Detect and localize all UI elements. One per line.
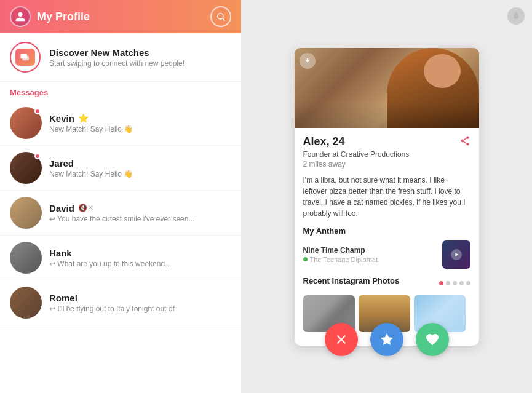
discover-text: Discover New Matches Start swiping to co…: [49, 47, 185, 68]
list-item[interactable]: Hank ↩ What are you up to this weekend..…: [0, 236, 241, 280]
profile-info: Alex, 24 Founder at Creative Productions…: [295, 128, 479, 346]
header-title: My Profile: [37, 10, 90, 23]
discover-icon: [15, 49, 35, 66]
message-preview: ↩ You have the cutest smile i've ever se…: [49, 215, 231, 223]
name-row: David 🔇✕: [49, 203, 231, 213]
left-panel: My Profile Discover New Matches Start sw…: [0, 0, 241, 393]
star-badge-icon: ⭐: [78, 113, 89, 123]
instagram-header: Recent Instagram Photos: [303, 276, 470, 290]
dot-3: [453, 281, 457, 285]
profile-distance: 2 miles away: [303, 160, 470, 169]
message-content: David 🔇✕ ↩ You have the cutest smile i'v…: [49, 203, 231, 223]
play-button[interactable]: [451, 249, 462, 260]
share-button[interactable]: [459, 135, 470, 149]
dot-2: [446, 281, 450, 285]
message-preview: ↩ I'll be flying out to Italy tonight ou…: [49, 304, 231, 313]
photo-gradient: [295, 103, 479, 128]
person-head: [424, 54, 461, 88]
name-row: Hank: [49, 248, 231, 258]
download-button[interactable]: [300, 53, 316, 69]
profile-card: Alex, 24 Founder at Creative Productions…: [295, 48, 479, 346]
anthem-card: Nine Time Champ The Teenage Diplomat: [303, 240, 470, 269]
anthem-title: My Anthem: [303, 226, 470, 236]
artist-row: The Teenage Diplomat: [303, 256, 378, 263]
cards-icon: [20, 52, 31, 63]
message-preview: New Match! Say Hello 👋: [49, 125, 231, 133]
super-like-button[interactable]: [370, 323, 403, 356]
profile-avatar-header[interactable]: [10, 6, 31, 27]
message-content: Jared New Match! Say Hello 👋: [49, 158, 231, 178]
discover-title: Discover New Matches: [49, 47, 185, 58]
music-dot: [303, 257, 308, 261]
mute-icon: 🔇✕: [78, 204, 93, 212]
message-content: Romel ↩ I'll be flying out to Italy toni…: [49, 293, 231, 313]
dot-1: [439, 281, 443, 285]
profile-job: Founder at Creative Productions: [303, 150, 470, 159]
search-icon: [216, 12, 226, 22]
reject-button[interactable]: [325, 323, 358, 356]
profile-name-row: Alex, 24: [303, 135, 470, 149]
instagram-dots: [439, 281, 470, 285]
avatar-wrap: [10, 197, 42, 229]
dot-4: [459, 281, 464, 285]
play-icon: [453, 252, 459, 258]
messages-label: Messages: [0, 82, 241, 101]
name-row: Kevin ⭐: [49, 113, 231, 124]
avatar-wrap: [10, 242, 42, 274]
list-item[interactable]: David 🔇✕ ↩ You have the cutest smile i'v…: [0, 191, 241, 236]
contact-name: Kevin: [49, 113, 74, 124]
message-content: Kevin ⭐ New Match! Say Hello 👋: [49, 113, 231, 133]
name-row: Jared: [49, 158, 231, 169]
anthem-section: My Anthem Nine Time Champ The Teenage Di…: [303, 226, 470, 269]
avatar: [10, 197, 42, 229]
reject-icon: [334, 332, 349, 347]
flame-icon: [511, 11, 521, 21]
avatar-wrap: [10, 107, 42, 139]
header-bar: My Profile: [0, 0, 241, 33]
action-buttons: [325, 323, 449, 356]
anthem-info: Nine Time Champ The Teenage Diplomat: [303, 246, 378, 263]
contact-name: David: [49, 203, 74, 213]
contact-name: Hank: [49, 248, 72, 258]
notification-dot: [34, 108, 41, 114]
discover-card[interactable]: Discover New Matches Start swiping to co…: [0, 33, 241, 82]
artist-name: The Teenage Diplomat: [310, 256, 378, 263]
avatar-wrap: [10, 152, 42, 184]
message-preview: ↩ What are you up to this weekend...: [49, 260, 231, 268]
download-icon: [304, 57, 311, 65]
avatar: [10, 242, 42, 274]
svg-rect-3: [23, 56, 30, 61]
messages-list: Kevin ⭐ New Match! Say Hello 👋 Jared New…: [0, 101, 241, 393]
profile-photo: [295, 48, 479, 128]
profile-bio: I'm a libra, but not sure what it means.…: [303, 175, 470, 219]
list-item[interactable]: Romel ↩ I'll be flying out to Italy toni…: [0, 280, 241, 325]
heart-icon: [425, 332, 440, 347]
right-panel: Alex, 24 Founder at Creative Productions…: [241, 0, 532, 393]
share-icon: [459, 135, 470, 146]
discover-subtitle: Start swiping to connect with new people…: [49, 59, 185, 68]
list-item[interactable]: Kevin ⭐ New Match! Say Hello 👋: [0, 101, 241, 146]
song-name: Nine Time Champ: [303, 246, 378, 255]
message-content: Hank ↩ What are you up to this weekend..…: [49, 248, 231, 268]
app-logo: [507, 7, 525, 25]
svg-point-0: [218, 14, 223, 19]
dot-5: [466, 281, 470, 285]
name-row: Romel: [49, 293, 231, 303]
star-icon: [379, 332, 394, 347]
contact-name: Jared: [49, 158, 74, 169]
anthem-thumbnail[interactable]: [442, 240, 470, 269]
header-left: My Profile: [10, 6, 90, 27]
discover-icon-wrap: [10, 42, 41, 73]
instagram-title: Recent Instagram Photos: [303, 276, 400, 285]
svg-line-1: [223, 18, 225, 21]
message-preview: New Match! Say Hello 👋: [49, 170, 231, 178]
search-button[interactable]: [210, 6, 231, 27]
profile-icon: [15, 11, 26, 22]
avatar: [10, 287, 42, 319]
profile-name: Alex, 24: [303, 135, 345, 148]
avatar-wrap: [10, 287, 42, 319]
list-item[interactable]: Jared New Match! Say Hello 👋: [0, 146, 241, 191]
like-button[interactable]: [416, 323, 449, 356]
contact-name: Romel: [49, 293, 77, 303]
notification-dot: [34, 153, 41, 159]
